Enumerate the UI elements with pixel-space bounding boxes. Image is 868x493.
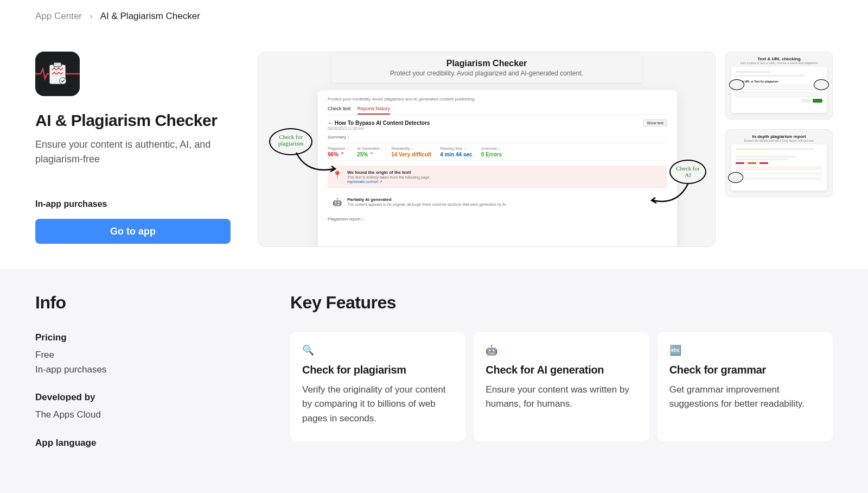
thumb-title: In-depth plagiarism report (731, 134, 827, 139)
info-heading: Info (35, 293, 263, 313)
pricing-value: Free (35, 347, 263, 362)
metric-value: 14 Very difficult (391, 151, 431, 157)
metric-label: Reading time ↓ (440, 147, 472, 150)
report-date: 08/16/2023 11:00 AM (328, 127, 667, 130)
breadcrumb-current: AI & Plagiarism Checker (100, 11, 200, 22)
tab-check-text: Check text (328, 106, 351, 115)
metric-value: 4 min 44 sec (440, 151, 472, 157)
chevron-right-icon: › (90, 11, 93, 22)
finding-desc: The content appears to be original, all … (347, 203, 507, 206)
screenshot-main[interactable]: Plagiarism Checker Protect your credibil… (258, 52, 716, 247)
breadcrumb: App Center › AI & Plagiarism Checker (35, 11, 833, 22)
breadcrumb-root[interactable]: App Center (35, 11, 82, 22)
metric-value: 25% ⌃ (357, 151, 382, 157)
feature-title: Check for grammar (669, 364, 821, 376)
preview-title: Plagiarism Checker (346, 59, 628, 68)
screenshot-thumb-2[interactable]: In-depth plagiarism report Extract the d… (725, 129, 833, 197)
feature-card-plagiarism: 🔍 Check for plagiarism Verify the origin… (290, 332, 465, 441)
metric-label: AI Generated ↓ (357, 147, 382, 150)
show-text-button: Show text (643, 119, 667, 127)
developed-by-value: The Apps Cloud (35, 407, 263, 422)
feature-desc: Verify the originality of your content b… (302, 383, 454, 426)
finding-title: We found the origin of the text! (347, 170, 430, 175)
in-app-purchases-label: In-app purchases (35, 199, 231, 209)
page-subtitle: Ensure your content is authentic, AI, an… (35, 137, 231, 167)
page-title: AI & Plagiarism Checker (35, 111, 231, 130)
abc-icon: 🔤 (669, 344, 821, 356)
finding-desc: This text is entirely taken from the fol… (347, 175, 430, 179)
screenshot-thumb-1[interactable]: Text & URL checking Add a piece of text … (725, 52, 833, 119)
svg-rect-1 (54, 62, 61, 67)
go-to-app-button[interactable]: Go to app (35, 219, 231, 244)
feature-card-grammar: 🔤 Check for grammar Get grammar improvem… (658, 332, 833, 441)
app-language-label: App language (35, 438, 263, 448)
annotation-icon (729, 79, 744, 90)
metric-value: 96% ⌃ (328, 151, 348, 157)
developed-by-label: Developed by (35, 392, 263, 403)
report-title: ← How To Bypass AI Content Detectors (328, 120, 430, 126)
summary-label: Summary ↓ (328, 135, 667, 140)
annotation-icon (814, 79, 829, 90)
metric-label: Readability ↓ (391, 147, 431, 150)
metric-value: 0 Errors (481, 151, 502, 157)
annotation-icon (728, 172, 743, 183)
metric-label: Plagiarism ↓ (328, 147, 348, 150)
pin-icon: 📍 (332, 170, 342, 180)
thumb-subtitle: Add a piece of text or URL, choose a che… (731, 61, 827, 65)
thumb-title: Text & URL checking (731, 56, 827, 61)
finding-link: mydomain.com/url ↗ (347, 180, 430, 184)
thumb-subtitle: Extract the details and get a long repor… (731, 139, 827, 142)
pricing-label: Pricing (35, 332, 263, 343)
finding-title: Partially AI generated (347, 197, 507, 202)
robot-icon: 🤖 (486, 344, 637, 356)
app-icon (35, 52, 80, 96)
feature-title: Check for plagiarism (302, 364, 454, 376)
robot-icon: 🤖 (332, 197, 342, 207)
plagiarism-report-label: Plagiarism report ↓ (328, 217, 667, 222)
annotation-plagiarism: Check for plagiarism (269, 128, 312, 155)
annotation-ai: Check for AI (669, 160, 706, 184)
feature-desc: Ensure your content was written by human… (486, 383, 637, 412)
preview-subtitle: Protect your credibility. Avoid plagiari… (346, 69, 628, 77)
clipboard-icon (48, 62, 67, 85)
magnifier-icon: 🔍 (302, 344, 454, 356)
feature-title: Check for AI generation (486, 364, 637, 376)
feature-desc: Get grammar improvement suggestions for … (669, 383, 821, 412)
pricing-value-2: In-app purchases (35, 362, 263, 377)
tab-reports-history: Reports history (358, 106, 391, 115)
report-desc: Protect your credibility. Avoid plagiari… (328, 97, 667, 102)
report-card: Protect your credibility. Avoid plagiari… (318, 90, 677, 247)
metric-label: Grammar ↓ (481, 147, 502, 150)
features-heading: Key Features (290, 293, 833, 313)
feature-card-ai: 🤖 Check for AI generation Ensure your co… (474, 332, 649, 441)
